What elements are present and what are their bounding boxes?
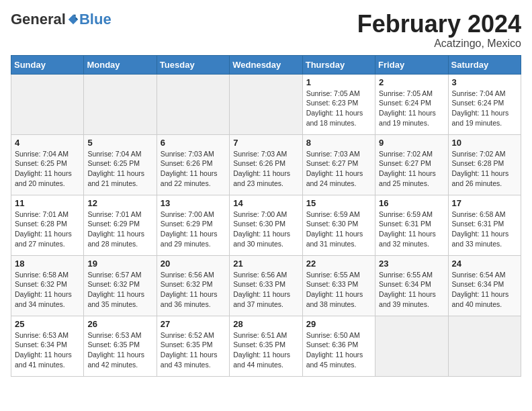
calendar-empty-cell [11, 74, 84, 134]
day-info: Sunrise: 6:54 AM Sunset: 6:34 PM Dayligh… [452, 270, 517, 310]
day-number: 19 [87, 259, 152, 269]
weekday-header-tuesday: Tuesday [157, 55, 229, 74]
day-number: 13 [161, 198, 226, 208]
calendar-day-cell: 27Sunrise: 6:52 AM Sunset: 6:35 PM Dayli… [157, 316, 229, 376]
calendar-day-cell: 11Sunrise: 7:01 AM Sunset: 6:28 PM Dayli… [11, 195, 84, 255]
day-number: 25 [15, 319, 80, 329]
location-title: Acatzingo, Mexico [357, 38, 521, 50]
logo-area: General Blue [11, 11, 112, 28]
weekday-header-thursday: Thursday [302, 55, 375, 74]
day-number: 11 [15, 198, 80, 208]
calendar-empty-cell [157, 74, 229, 134]
calendar-empty-cell [230, 74, 302, 134]
day-info: Sunrise: 7:05 AM Sunset: 6:23 PM Dayligh… [306, 89, 371, 128]
day-info: Sunrise: 6:53 AM Sunset: 6:34 PM Dayligh… [15, 330, 80, 370]
calendar-day-cell: 6Sunrise: 7:03 AM Sunset: 6:26 PM Daylig… [157, 134, 229, 195]
calendar-day-cell: 13Sunrise: 7:00 AM Sunset: 6:29 PM Dayli… [157, 195, 229, 255]
day-number: 23 [379, 259, 444, 269]
day-info: Sunrise: 7:01 AM Sunset: 6:28 PM Dayligh… [15, 210, 80, 249]
day-number: 15 [306, 198, 371, 208]
calendar-empty-cell [448, 316, 521, 376]
calendar-day-cell: 16Sunrise: 6:59 AM Sunset: 6:31 PM Dayli… [375, 195, 448, 255]
calendar-day-cell: 25Sunrise: 6:53 AM Sunset: 6:34 PM Dayli… [11, 316, 84, 376]
day-info: Sunrise: 6:58 AM Sunset: 6:31 PM Dayligh… [452, 210, 517, 249]
day-info: Sunrise: 7:04 AM Sunset: 6:24 PM Dayligh… [452, 89, 517, 128]
day-info: Sunrise: 7:03 AM Sunset: 6:26 PM Dayligh… [233, 149, 298, 189]
logo: General Blue [11, 11, 112, 28]
day-info: Sunrise: 7:03 AM Sunset: 6:26 PM Dayligh… [161, 149, 226, 189]
day-info: Sunrise: 7:02 AM Sunset: 6:27 PM Dayligh… [379, 149, 444, 189]
calendar-day-cell: 4Sunrise: 7:04 AM Sunset: 6:25 PM Daylig… [11, 134, 84, 195]
day-number: 7 [233, 138, 298, 148]
weekday-header-friday: Friday [375, 55, 448, 74]
day-info: Sunrise: 7:01 AM Sunset: 6:29 PM Dayligh… [87, 210, 152, 249]
calendar-day-cell: 17Sunrise: 6:58 AM Sunset: 6:31 PM Dayli… [448, 195, 521, 255]
day-number: 3 [452, 77, 517, 87]
day-info: Sunrise: 6:50 AM Sunset: 6:36 PM Dayligh… [306, 330, 371, 370]
day-number: 24 [452, 259, 517, 269]
day-number: 2 [379, 77, 444, 87]
calendar-day-cell: 7Sunrise: 7:03 AM Sunset: 6:26 PM Daylig… [230, 134, 302, 195]
day-number: 27 [161, 319, 226, 329]
logo-icon [67, 13, 79, 26]
calendar-empty-cell [84, 74, 157, 134]
day-info: Sunrise: 7:03 AM Sunset: 6:27 PM Dayligh… [306, 149, 371, 189]
calendar-week-row: 4Sunrise: 7:04 AM Sunset: 6:25 PM Daylig… [11, 134, 521, 195]
calendar-day-cell: 14Sunrise: 7:00 AM Sunset: 6:30 PM Dayli… [230, 195, 302, 255]
day-info: Sunrise: 7:05 AM Sunset: 6:24 PM Dayligh… [379, 89, 444, 128]
calendar-day-cell: 5Sunrise: 7:04 AM Sunset: 6:25 PM Daylig… [84, 134, 157, 195]
day-number: 21 [233, 259, 298, 269]
day-number: 10 [452, 138, 517, 148]
calendar-day-cell: 10Sunrise: 7:02 AM Sunset: 6:28 PM Dayli… [448, 134, 521, 195]
day-info: Sunrise: 6:55 AM Sunset: 6:34 PM Dayligh… [379, 270, 444, 310]
calendar-day-cell: 29Sunrise: 6:50 AM Sunset: 6:36 PM Dayli… [302, 316, 375, 376]
day-number: 4 [15, 138, 80, 148]
calendar-day-cell: 24Sunrise: 6:54 AM Sunset: 6:34 PM Dayli… [448, 255, 521, 316]
calendar-week-row: 1Sunrise: 7:05 AM Sunset: 6:23 PM Daylig… [11, 74, 521, 134]
calendar-week-row: 18Sunrise: 6:58 AM Sunset: 6:32 PM Dayli… [11, 255, 521, 316]
day-info: Sunrise: 7:00 AM Sunset: 6:29 PM Dayligh… [161, 210, 226, 249]
day-info: Sunrise: 6:53 AM Sunset: 6:35 PM Dayligh… [87, 330, 152, 370]
title-area: February 2024 Acatzingo, Mexico [357, 11, 521, 50]
day-number: 14 [233, 198, 298, 208]
weekday-header-saturday: Saturday [448, 55, 521, 74]
day-number: 28 [233, 319, 298, 329]
day-info: Sunrise: 7:00 AM Sunset: 6:30 PM Dayligh… [233, 210, 298, 249]
day-number: 29 [306, 319, 371, 329]
day-number: 20 [161, 259, 226, 269]
day-number: 18 [15, 259, 80, 269]
weekday-header-row: SundayMondayTuesdayWednesdayThursdayFrid… [11, 55, 521, 74]
calendar-day-cell: 22Sunrise: 6:55 AM Sunset: 6:33 PM Dayli… [302, 255, 375, 316]
day-info: Sunrise: 6:58 AM Sunset: 6:32 PM Dayligh… [15, 270, 80, 310]
calendar-day-cell: 8Sunrise: 7:03 AM Sunset: 6:27 PM Daylig… [302, 134, 375, 195]
calendar-week-row: 11Sunrise: 7:01 AM Sunset: 6:28 PM Dayli… [11, 195, 521, 255]
day-info: Sunrise: 7:02 AM Sunset: 6:28 PM Dayligh… [452, 149, 517, 189]
day-number: 5 [87, 138, 152, 148]
calendar-day-cell: 1Sunrise: 7:05 AM Sunset: 6:23 PM Daylig… [302, 74, 375, 134]
day-info: Sunrise: 6:52 AM Sunset: 6:35 PM Dayligh… [161, 330, 226, 370]
weekday-header-wednesday: Wednesday [230, 55, 302, 74]
day-info: Sunrise: 6:59 AM Sunset: 6:31 PM Dayligh… [379, 210, 444, 249]
day-number: 1 [306, 77, 371, 87]
day-info: Sunrise: 6:51 AM Sunset: 6:35 PM Dayligh… [233, 330, 298, 370]
day-info: Sunrise: 7:04 AM Sunset: 6:25 PM Dayligh… [87, 149, 152, 189]
calendar-day-cell: 12Sunrise: 7:01 AM Sunset: 6:29 PM Dayli… [84, 195, 157, 255]
calendar-table: SundayMondayTuesdayWednesdayThursdayFrid… [11, 55, 521, 377]
day-number: 9 [379, 138, 444, 148]
day-number: 26 [87, 319, 152, 329]
calendar-day-cell: 23Sunrise: 6:55 AM Sunset: 6:34 PM Dayli… [375, 255, 448, 316]
calendar-day-cell: 26Sunrise: 6:53 AM Sunset: 6:35 PM Dayli… [84, 316, 157, 376]
day-info: Sunrise: 6:57 AM Sunset: 6:32 PM Dayligh… [87, 270, 152, 310]
day-info: Sunrise: 6:56 AM Sunset: 6:33 PM Dayligh… [233, 270, 298, 310]
calendar-day-cell: 2Sunrise: 7:05 AM Sunset: 6:24 PM Daylig… [375, 74, 448, 134]
calendar-day-cell: 18Sunrise: 6:58 AM Sunset: 6:32 PM Dayli… [11, 255, 84, 316]
page-header: General Blue February 2024 Acatzingo, Me… [11, 11, 521, 50]
day-info: Sunrise: 6:55 AM Sunset: 6:33 PM Dayligh… [306, 270, 371, 310]
day-info: Sunrise: 7:04 AM Sunset: 6:25 PM Dayligh… [15, 149, 80, 189]
day-number: 16 [379, 198, 444, 208]
day-number: 22 [306, 259, 371, 269]
weekday-header-sunday: Sunday [11, 55, 84, 74]
calendar-day-cell: 19Sunrise: 6:57 AM Sunset: 6:32 PM Dayli… [84, 255, 157, 316]
day-info: Sunrise: 6:59 AM Sunset: 6:30 PM Dayligh… [306, 210, 371, 249]
calendar-week-row: 25Sunrise: 6:53 AM Sunset: 6:34 PM Dayli… [11, 316, 521, 376]
